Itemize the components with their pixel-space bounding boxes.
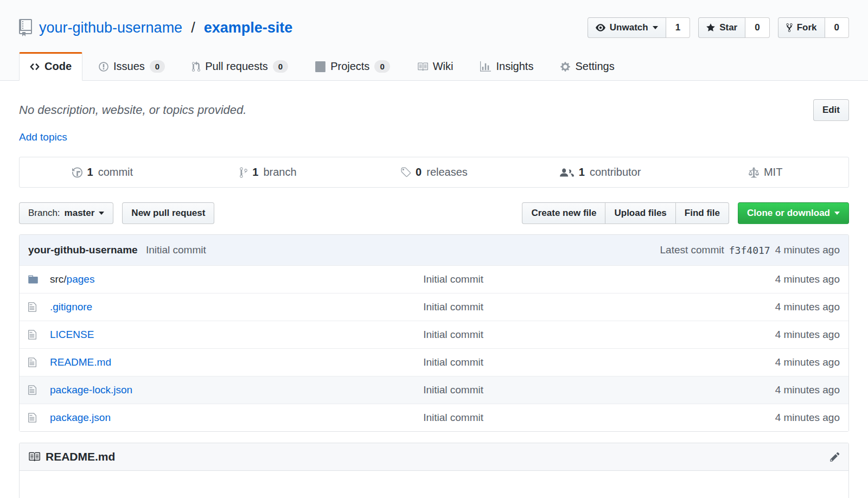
- row-age: 4 minutes ago: [720, 329, 840, 341]
- issues-count-badge: 0: [150, 60, 165, 73]
- row-commit-message[interactable]: Initial commit: [423, 384, 483, 395]
- social-buttons: Unwatch 1 Star 0 Fork: [588, 17, 849, 38]
- file-icon: [28, 357, 36, 368]
- tab-projects-label: Projects: [330, 60, 369, 73]
- create-new-file-button[interactable]: Create new file: [522, 202, 605, 224]
- tab-wiki-label: Wiki: [433, 60, 454, 73]
- directory-prefix[interactable]: src/: [50, 273, 67, 285]
- unwatch-button[interactable]: Unwatch: [588, 17, 666, 38]
- latest-commit-label: Latest commit: [660, 244, 724, 256]
- commit-time: 4 minutes ago: [775, 244, 840, 256]
- file-link[interactable]: package-lock.json: [50, 384, 132, 395]
- table-row: src/pages Initial commit 4 minutes ago: [20, 265, 848, 293]
- star-label: Star: [719, 22, 737, 33]
- edit-readme-button[interactable]: [830, 451, 840, 462]
- repo-name-link[interactable]: example-site: [204, 20, 293, 36]
- code-icon: [30, 61, 40, 72]
- file-navigation-toolbar: Branch: master New pull request Create n…: [19, 202, 849, 224]
- row-commit-message[interactable]: Initial commit: [423, 273, 483, 285]
- row-age: 4 minutes ago: [720, 273, 840, 285]
- tag-icon: [400, 167, 411, 178]
- star-icon: [706, 23, 715, 33]
- releases-count: 0: [416, 166, 422, 178]
- forks-count[interactable]: 0: [825, 17, 849, 38]
- stat-license[interactable]: MIT: [682, 157, 848, 187]
- tab-issues-label: Issues: [113, 60, 145, 73]
- tab-code[interactable]: Code: [19, 52, 82, 81]
- caret-down-icon: [834, 212, 840, 215]
- upload-files-button[interactable]: Upload files: [605, 202, 675, 224]
- row-commit-message[interactable]: Initial commit: [423, 301, 483, 312]
- contributors-count: 1: [579, 166, 585, 178]
- gear-icon: [560, 61, 570, 72]
- find-file-button[interactable]: Find file: [675, 202, 729, 224]
- readme-content: [20, 471, 848, 498]
- tab-insights-label: Insights: [496, 60, 533, 73]
- stargazers-count[interactable]: 0: [745, 17, 769, 38]
- contributors-label: contributor: [590, 166, 641, 178]
- tab-insights[interactable]: Insights: [469, 52, 544, 81]
- tab-projects[interactable]: Projects 0: [304, 52, 401, 81]
- people-icon: [559, 167, 574, 178]
- projects-icon: [315, 61, 326, 72]
- stat-contributors[interactable]: 1 contributor: [517, 157, 683, 187]
- commit-author-link[interactable]: your-github-username: [28, 244, 138, 256]
- file-icon: [28, 329, 36, 340]
- releases-label: releases: [426, 166, 468, 178]
- row-commit-message[interactable]: Initial commit: [423, 412, 483, 423]
- fork-label: Fork: [797, 22, 817, 33]
- file-link[interactable]: package.json: [50, 412, 111, 423]
- row-age: 4 minutes ago: [720, 384, 840, 396]
- branch-select-button[interactable]: Branch: master: [19, 202, 113, 224]
- file-browser: your-github-username Initial commit Late…: [19, 234, 849, 432]
- book-icon: [28, 451, 40, 463]
- readme-title-text: README.md: [46, 450, 115, 463]
- tab-pull-requests-label: Pull requests: [205, 60, 268, 73]
- add-topics-link[interactable]: Add topics: [19, 131, 67, 143]
- clone-or-download-label: Clone or download: [747, 208, 830, 219]
- watchers-count[interactable]: 1: [666, 17, 690, 38]
- tab-pull-requests[interactable]: Pull requests 0: [181, 52, 299, 81]
- pull-request-icon: [192, 61, 200, 72]
- branches-count: 1: [252, 166, 258, 178]
- star-button[interactable]: Star: [698, 17, 745, 38]
- stat-releases[interactable]: 0 releases: [351, 157, 517, 187]
- table-row: package.json Initial commit 4 minutes ag…: [20, 404, 848, 431]
- file-link[interactable]: pages: [67, 273, 95, 285]
- tab-settings-label: Settings: [575, 60, 614, 73]
- table-row: .gitignore Initial commit 4 minutes ago: [20, 293, 848, 321]
- caret-down-icon: [653, 26, 658, 29]
- branches-label: branch: [263, 166, 296, 178]
- file-link[interactable]: README.md: [50, 356, 111, 368]
- row-age: 4 minutes ago: [720, 356, 840, 368]
- commit-message-link[interactable]: Initial commit: [146, 244, 206, 256]
- stat-branches[interactable]: 1 branch: [186, 157, 352, 187]
- repo-main-content: No description, website, or topics provi…: [0, 81, 868, 498]
- repo-title: your-github-username / example-site: [19, 19, 292, 36]
- wiki-book-icon: [417, 61, 428, 72]
- file-link[interactable]: LICENSE: [50, 329, 94, 340]
- commit-hash-link[interactable]: f3f4017: [729, 245, 770, 256]
- repo-owner-link[interactable]: your-github-username: [39, 20, 182, 36]
- readme-section: README.md: [19, 443, 849, 498]
- tab-wiki[interactable]: Wiki: [406, 52, 464, 81]
- watch-button-group: Unwatch 1: [588, 17, 690, 38]
- table-row: package-lock.json Initial commit 4 minut…: [20, 376, 848, 404]
- fork-button[interactable]: Fork: [778, 17, 825, 38]
- row-commit-message[interactable]: Initial commit: [423, 356, 483, 368]
- edit-button[interactable]: Edit: [813, 99, 849, 121]
- branch-name: master: [65, 208, 95, 219]
- file-action-button-group: Create new file Upload files Find file: [522, 202, 729, 224]
- clone-or-download-button[interactable]: Clone or download: [738, 202, 849, 224]
- stat-commits[interactable]: 1 commit: [20, 157, 186, 187]
- tab-issues[interactable]: Issues 0: [88, 52, 176, 81]
- projects-count-badge: 0: [374, 60, 390, 73]
- row-commit-message[interactable]: Initial commit: [423, 329, 483, 340]
- new-pull-request-button[interactable]: New pull request: [122, 202, 214, 224]
- file-link[interactable]: .gitignore: [50, 301, 92, 312]
- pull-requests-count-badge: 0: [273, 60, 288, 73]
- tab-settings[interactable]: Settings: [550, 52, 625, 81]
- star-button-group: Star 0: [698, 17, 770, 38]
- fork-icon: [786, 23, 793, 33]
- folder-icon: [28, 274, 38, 285]
